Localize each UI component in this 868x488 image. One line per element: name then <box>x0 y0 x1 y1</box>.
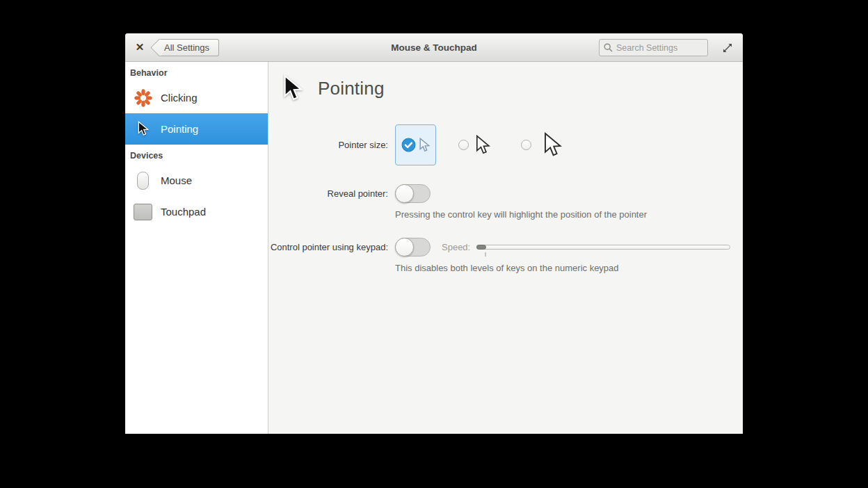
reveal-pointer-description: Pressing the control key will highlight … <box>395 209 647 220</box>
keypad-pointer-label: Control pointer using keypad: <box>268 238 395 273</box>
search-input[interactable] <box>616 43 698 53</box>
pointer-size-radio-medium[interactable] <box>458 140 469 150</box>
reveal-pointer-label: Reveal pointer: <box>268 184 395 220</box>
pointer-size-option-small[interactable] <box>395 124 436 165</box>
titlebar: ✕ All Settings Mouse & Touchpad <box>125 33 743 62</box>
medium-cursor-icon[interactable] <box>476 135 490 156</box>
keypad-pointer-toggle[interactable] <box>395 238 431 257</box>
pointer-size-label: Pointer size: <box>268 124 395 165</box>
sidebar-section-devices: Devices <box>125 145 268 165</box>
reveal-pointer-toggle[interactable] <box>395 184 431 203</box>
search-box[interactable] <box>599 39 708 56</box>
all-settings-back-button[interactable]: All Settings <box>159 39 219 56</box>
sidebar-item-label: Mouse <box>161 174 192 186</box>
toggle-knob[interactable] <box>395 238 414 257</box>
check-icon <box>401 138 416 152</box>
speed-slider-handle[interactable] <box>476 245 486 250</box>
speed-slider[interactable] <box>476 245 730 250</box>
pointer-cursor-icon <box>133 121 153 137</box>
touchpad-icon <box>133 204 153 220</box>
pointer-size-row: Pointer size: <box>268 124 743 165</box>
small-cursor-icon <box>419 138 430 153</box>
keypad-pointer-description: This disables both levels of keys on the… <box>395 263 730 273</box>
search-icon <box>604 43 613 52</box>
back-button-label: All Settings <box>164 42 209 53</box>
maximize-icon[interactable] <box>722 42 733 54</box>
sidebar-item-touchpad[interactable]: Touchpad <box>125 196 268 227</box>
speed-label: Speed: <box>442 242 470 252</box>
toggle-knob[interactable] <box>395 184 414 203</box>
keypad-pointer-row: Control pointer using keypad: Speed: Thi… <box>268 238 743 273</box>
reveal-pointer-row: Reveal pointer: Pressing the control key… <box>268 184 743 220</box>
speed-slider-tick <box>485 252 486 257</box>
close-button[interactable]: ✕ <box>129 41 150 54</box>
page-title: Pointing <box>318 78 385 99</box>
large-cursor-icon[interactable] <box>544 132 562 158</box>
page-heading-row: Pointing <box>283 74 743 103</box>
settings-window: ✕ All Settings Mouse & Touchpad Behavior <box>125 33 743 434</box>
pointing-panel: Pointing Pointer size: <box>268 62 743 434</box>
sidebar-item-clicking[interactable]: Clicking <box>125 82 268 113</box>
pointer-size-radio-large[interactable] <box>521 140 531 150</box>
sidebar-item-mouse[interactable]: Mouse <box>125 165 268 196</box>
mouse-icon <box>133 172 153 190</box>
clicking-spinner-icon <box>133 88 153 108</box>
sidebar-item-label: Pointing <box>161 123 198 135</box>
sidebar-item-pointing[interactable]: Pointing <box>125 113 268 145</box>
sidebar-item-label: Clicking <box>161 92 198 104</box>
sidebar-item-label: Touchpad <box>161 206 206 218</box>
sidebar-section-behavior: Behavior <box>125 62 268 82</box>
pointing-heading-icon <box>283 74 303 103</box>
sidebar: Behavior <box>125 62 268 434</box>
